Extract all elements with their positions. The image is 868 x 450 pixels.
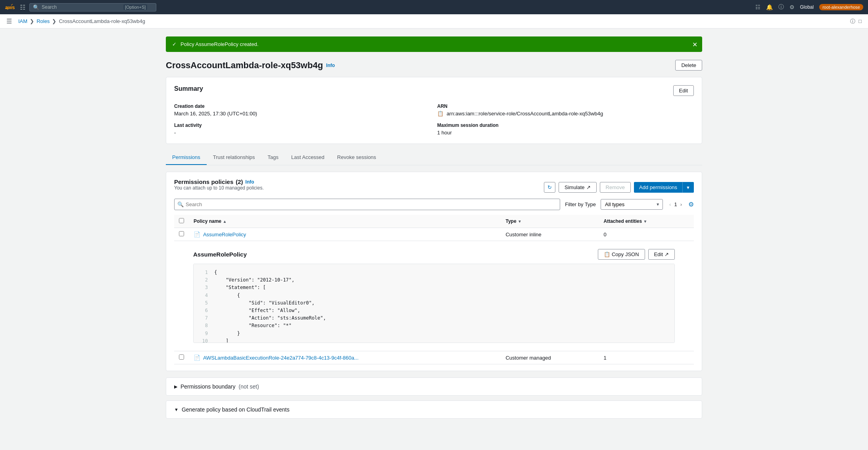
- assume-role-policy-link[interactable]: AssumeRolePolicy: [203, 232, 246, 237]
- table-row: 📄 AWSLambdaBasicExecutionRole-24e2a774-7…: [174, 351, 694, 364]
- success-icon: ✓: [172, 41, 177, 47]
- tab-permissions[interactable]: Permissions: [166, 150, 207, 165]
- json-line-1: 1{: [200, 269, 668, 276]
- page-info-link[interactable]: Info: [326, 63, 335, 68]
- hamburger-menu[interactable]: ☰: [6, 17, 12, 25]
- filter-row: 🔍 Filter by Type All types AWS managed C…: [174, 199, 694, 210]
- table-settings-icon[interactable]: ⚙: [688, 201, 694, 208]
- add-permissions-button[interactable]: Add permissions: [634, 182, 682, 193]
- last-activity-value: -: [174, 130, 431, 136]
- max-session-value: 1 hour: [437, 130, 694, 136]
- json-line-8: 8 "Resource": "*": [200, 322, 668, 329]
- expanded-edit-button[interactable]: Edit ↗: [648, 249, 675, 260]
- tab-last-accessed[interactable]: Last Accessed: [285, 150, 331, 165]
- tab-tags[interactable]: Tags: [261, 150, 285, 165]
- add-permissions-dropdown-arrow[interactable]: ▼: [682, 182, 694, 193]
- sub-nav-right: ⓘ □: [850, 18, 862, 25]
- policy-document-icon-2: 📄: [194, 354, 200, 361]
- tabs-container: Permissions Trust relationships Tags Las…: [166, 150, 702, 165]
- account-menu[interactable]: root-alexanderhose: [819, 4, 863, 10]
- summary-edit-button[interactable]: Edit: [673, 85, 694, 96]
- main-content: ✓ Policy AssumeRolePolicy created. ✕ Cro…: [156, 29, 712, 431]
- region-selector[interactable]: Global: [800, 4, 814, 10]
- permissions-info-link[interactable]: Info: [246, 179, 254, 185]
- policy-table-header-row: Policy name ▲ Type ▼ Attached entities ▼: [174, 215, 694, 228]
- breadcrumb-sep-1: ❯: [30, 18, 34, 24]
- top-nav-right: ☷ 🔔 ⓘ ⚙ Global root-alexanderhose: [755, 4, 863, 11]
- permissions-boundary-section[interactable]: ▶ Permissions boundary (not set): [166, 377, 702, 396]
- json-line-6: 6 "Effect": "Allow",: [200, 307, 668, 314]
- breadcrumb-roles[interactable]: Roles: [36, 18, 50, 24]
- attached-entities-header[interactable]: Attached entities ▼: [599, 215, 694, 228]
- sort-icon-attached: ▼: [643, 219, 647, 224]
- row1-entities-cell: 0: [599, 228, 694, 241]
- svg-text:aws: aws: [5, 4, 15, 10]
- json-line-5: 5 "Sid": "VisualEditor0",: [200, 299, 668, 307]
- summary-title: Summary: [174, 85, 203, 92]
- permissions-title-group: Permissions policies (2) Info You can at…: [174, 178, 264, 196]
- select-all-header: [174, 215, 189, 228]
- arn-section: ARN 📋 arn:aws:iam:::role/service-role/Cr…: [437, 103, 694, 136]
- search-input[interactable]: [42, 4, 121, 10]
- permissions-count: (2): [236, 178, 243, 185]
- global-search[interactable]: 🔍 [Option+S]: [29, 3, 156, 11]
- copy-json-button[interactable]: 📋 Copy JSON: [598, 249, 645, 260]
- policy-table-head: Policy name ▲ Type ▼ Attached entities ▼: [174, 215, 694, 228]
- filter-type-select[interactable]: All types AWS managed Customer managed C…: [601, 199, 663, 210]
- settings-icon[interactable]: ⚙: [789, 4, 795, 10]
- permissions-policies-section: Permissions policies (2) Info You can at…: [166, 172, 702, 371]
- top-navigation: aws ☷ 🔍 [Option+S] ☷ 🔔 ⓘ ⚙ Global root-a…: [0, 0, 868, 14]
- permissions-boundary-title: Permissions boundary: [181, 383, 236, 390]
- services-icon[interactable]: ☷: [755, 4, 760, 10]
- help-icon[interactable]: ⓘ: [778, 4, 784, 11]
- permissions-boundary-status: (not set): [239, 383, 259, 390]
- expanded-policy-cell: AssumeRolePolicy 📋 Copy JSON Edit ↗: [174, 241, 694, 351]
- row2-checkbox[interactable]: [179, 354, 184, 360]
- permissions-actions: ↻ Simulate ↗ Remove Add permissions ▼: [544, 182, 694, 193]
- breadcrumb-sep-2: ❯: [52, 18, 56, 24]
- lambda-basic-policy-link[interactable]: AWSLambdaBasicExecutionRole-24e2a774-79c…: [203, 355, 359, 361]
- json-line-7: 7 "Action": "sts:AssumeRole",: [200, 314, 668, 322]
- row2-entities-cell: 1: [599, 351, 694, 364]
- apps-icon[interactable]: ☷: [20, 4, 25, 11]
- remove-button[interactable]: Remove: [600, 182, 631, 193]
- pagination-next[interactable]: ›: [679, 201, 684, 208]
- row1-checkbox[interactable]: [179, 231, 184, 236]
- expanded-policy-header: AssumeRolePolicy 📋 Copy JSON Edit ↗: [193, 249, 675, 260]
- tab-trust-relationships[interactable]: Trust relationships: [207, 150, 261, 165]
- breadcrumb-iam[interactable]: IAM: [18, 18, 27, 24]
- json-line-4: 4 {: [200, 292, 668, 299]
- sub-navigation: ☰ IAM ❯ Roles ❯ CrossAccountLambda-role-…: [0, 14, 868, 29]
- creation-date-value: March 16, 2025, 17:30 (UTC+01:00): [174, 111, 431, 117]
- policy-name-header[interactable]: Policy name ▲: [189, 215, 501, 228]
- banner-message: Policy AssumeRolePolicy created.: [181, 41, 259, 47]
- type-header[interactable]: Type ▼: [501, 215, 599, 228]
- maximize-icon[interactable]: □: [858, 18, 862, 24]
- permissions-title: Permissions policies (2) Info: [174, 178, 264, 185]
- policy-search-wrapper: 🔍: [174, 199, 560, 210]
- tab-revoke-sessions[interactable]: Revoke sessions: [331, 150, 382, 165]
- simulate-button[interactable]: Simulate ↗: [559, 182, 597, 193]
- bell-icon[interactable]: 🔔: [766, 4, 773, 10]
- refresh-button[interactable]: ↻: [544, 182, 555, 193]
- select-all-checkbox[interactable]: [179, 218, 184, 223]
- info-icon[interactable]: ⓘ: [850, 18, 855, 25]
- breadcrumb: IAM ❯ Roles ❯ CrossAccountLambda-role-xq…: [18, 18, 145, 24]
- json-line-9: 9 }: [200, 330, 668, 337]
- expanded-policy-name: AssumeRolePolicy: [193, 251, 247, 258]
- page-header: CrossAccountLambda-role-xq53wb4g Info De…: [166, 60, 702, 71]
- policy-search-input[interactable]: [174, 199, 560, 210]
- row1-type-cell: Customer inline: [501, 228, 599, 241]
- max-session-label: Maximum session duration: [437, 123, 694, 128]
- arn-value: 📋 arn:aws:iam:::role/service-role/CrossA…: [437, 111, 694, 117]
- pagination-prev[interactable]: ‹: [668, 201, 672, 208]
- arn-copy-icon[interactable]: 📋: [437, 111, 444, 117]
- delete-button[interactable]: Delete: [675, 60, 702, 71]
- policy-table-body: 📄 AssumeRolePolicy Customer inline 0 Ass…: [174, 228, 694, 364]
- row2-checkbox-cell: [174, 351, 189, 364]
- success-banner: ✓ Policy AssumeRolePolicy created. ✕: [166, 36, 702, 52]
- creation-date-section: Creation date March 16, 2025, 17:30 (UTC…: [174, 103, 431, 136]
- generate-policy-section[interactable]: ▼ Generate policy based on CloudTrail ev…: [166, 400, 702, 419]
- banner-close-button[interactable]: ✕: [692, 40, 697, 48]
- row1-name-cell: 📄 AssumeRolePolicy: [189, 228, 501, 241]
